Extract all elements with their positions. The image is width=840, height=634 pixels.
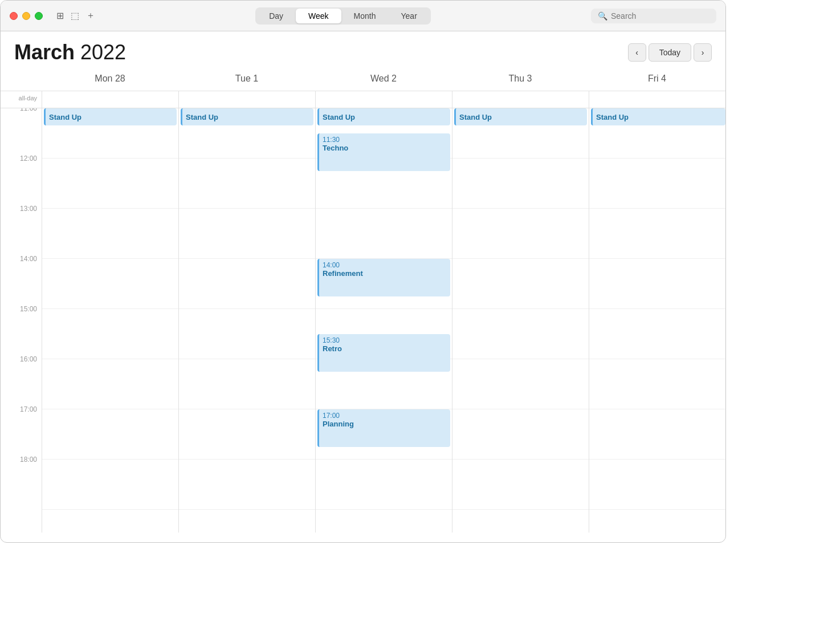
day-col-mon: Stand Up <box>42 108 178 533</box>
time-label-13: 13:00 <box>20 205 37 213</box>
hour-cell-tue-16 <box>179 359 315 409</box>
time-label-17: 17:00 <box>20 405 37 413</box>
tab-month[interactable]: Month <box>341 9 389 23</box>
time-label-12: 12:00 <box>20 155 37 162</box>
minimize-button[interactable] <box>22 12 30 20</box>
hour-cell-mon-13 <box>42 209 178 259</box>
close-button[interactable] <box>10 12 18 20</box>
event-time-planning: 17:00 <box>323 412 447 420</box>
search-bar[interactable]: 🔍 <box>591 9 716 23</box>
hour-cell-fri-17 <box>589 409 725 460</box>
time-column: 11:00 12:00 13:00 14:00 15:00 16:00 17:0… <box>1 108 42 533</box>
event-title-standup-wed: Stand Up <box>323 113 355 121</box>
tab-year[interactable]: Year <box>389 9 430 23</box>
hour-cell-thu-17 <box>452 409 589 460</box>
month-year-title: March 2022 <box>14 40 126 64</box>
all-day-label: all-day <box>1 91 42 108</box>
hour-cell-thu-18 <box>452 460 589 510</box>
year-label: 2022 <box>80 40 126 64</box>
day-col-wed: Stand Up 11:30 Techno 14:00 Refinement 1… <box>315 108 452 533</box>
all-day-row: all-day <box>1 91 725 108</box>
event-planning[interactable]: 17:00 Planning <box>317 409 450 447</box>
event-techno[interactable]: 11:30 Techno <box>317 133 450 171</box>
event-title-retro: Retro <box>323 344 447 353</box>
maximize-button[interactable] <box>35 12 43 20</box>
day-headers: Mon 28 Tue 1 Wed 2 Thu 3 Fri 4 <box>1 69 725 91</box>
hour-cell-tue-15 <box>179 309 315 359</box>
hour-cell-tue-13 <box>179 209 315 259</box>
hour-cell-thu-12 <box>452 158 589 209</box>
view-tabs: Day Week Month Year <box>255 7 431 25</box>
hour-cell-thu-14 <box>452 259 589 309</box>
tab-day[interactable]: Day <box>256 9 296 23</box>
time-label-14: 14:00 <box>20 255 37 263</box>
time-label-18: 18:00 <box>20 456 37 464</box>
event-title-standup-mon: Stand Up <box>49 113 81 121</box>
titlebar: ⊞ ⬚ ＋ Day Week Month Year 🔍 <box>1 1 725 31</box>
time-slot-11: 11:00 <box>1 108 42 158</box>
event-time-refinement: 14:00 <box>323 261 447 269</box>
all-day-cell-tue <box>178 91 315 108</box>
hour-cell-wed-18 <box>316 460 452 510</box>
time-label-16: 16:00 <box>20 355 37 363</box>
hour-cell-mon-15 <box>42 309 178 359</box>
hour-cell-tue-14 <box>179 259 315 309</box>
hour-cell-tue-17 <box>179 409 315 460</box>
event-refinement[interactable]: 14:00 Refinement <box>317 259 450 296</box>
time-label-11: 11:00 <box>20 108 37 112</box>
time-slot-16: 16:00 <box>1 359 42 409</box>
event-title-techno: Techno <box>323 144 447 152</box>
hour-cell-tue-12 <box>179 158 315 209</box>
calendar-header: March 2022 ‹ Today › <box>1 31 725 69</box>
calendar-grid: 11:00 12:00 13:00 14:00 15:00 16:00 17:0… <box>1 108 725 533</box>
day-col-tue: Stand Up <box>178 108 315 533</box>
search-icon: 🔍 <box>598 11 607 21</box>
all-day-cell-fri <box>589 91 725 108</box>
search-input[interactable] <box>611 11 709 21</box>
day-header-fri: Fri 4 <box>589 69 725 91</box>
time-slot-14: 14:00 <box>1 259 42 309</box>
event-standup-fri[interactable]: Stand Up <box>591 108 725 125</box>
prev-button[interactable]: ‹ <box>628 43 646 62</box>
event-retro[interactable]: 15:30 Retro <box>317 334 450 372</box>
titlebar-icons: ⊞ ⬚ ＋ <box>56 10 95 22</box>
tab-week[interactable]: Week <box>296 9 341 23</box>
time-slot-15: 15:00 <box>1 309 42 359</box>
day-header-tue: Tue 1 <box>178 69 315 91</box>
hour-cell-fri-16 <box>589 359 725 409</box>
time-slot-13: 13:00 <box>1 209 42 259</box>
hour-cell-fri-14 <box>589 259 725 309</box>
day-header-thu: Thu 3 <box>452 69 589 91</box>
time-slot-12: 12:00 <box>1 158 42 209</box>
time-slot-18: 18:00 <box>1 460 42 510</box>
event-standup-wed[interactable]: Stand Up <box>317 108 450 125</box>
event-time-techno: 11:30 <box>323 136 447 144</box>
month-label: March <box>14 40 75 64</box>
hour-cell-thu-15 <box>452 309 589 359</box>
event-standup-mon[interactable]: Stand Up <box>44 108 177 125</box>
event-title-standup-tue: Stand Up <box>186 113 218 121</box>
event-title-standup-fri: Stand Up <box>596 113 629 121</box>
day-col-thu: Stand Up <box>452 108 589 533</box>
nav-controls: ‹ Today › <box>628 43 712 62</box>
event-title-planning: Planning <box>323 420 447 428</box>
hour-cell-mon-14 <box>42 259 178 309</box>
add-icon[interactable]: ＋ <box>86 10 95 22</box>
hour-cell-mon-18 <box>42 460 178 510</box>
traffic-lights <box>10 12 43 20</box>
hour-cell-mon-12 <box>42 158 178 209</box>
hour-cell-wed-13 <box>316 209 452 259</box>
hour-cell-fri-13 <box>589 209 725 259</box>
time-label-15: 15:00 <box>20 305 37 313</box>
next-button[interactable]: › <box>694 43 712 62</box>
hour-cell-thu-13 <box>452 209 589 259</box>
grid-icon[interactable]: ⊞ <box>56 10 64 21</box>
hour-cell-fri-12 <box>589 158 725 209</box>
inbox-icon[interactable]: ⬚ <box>71 10 79 21</box>
all-day-cell-wed <box>315 91 452 108</box>
event-standup-thu[interactable]: Stand Up <box>454 108 587 125</box>
day-header-mon: Mon 28 <box>42 69 178 91</box>
event-standup-tue[interactable]: Stand Up <box>181 108 313 125</box>
today-button[interactable]: Today <box>649 43 691 62</box>
hour-cell-mon-16 <box>42 359 178 409</box>
